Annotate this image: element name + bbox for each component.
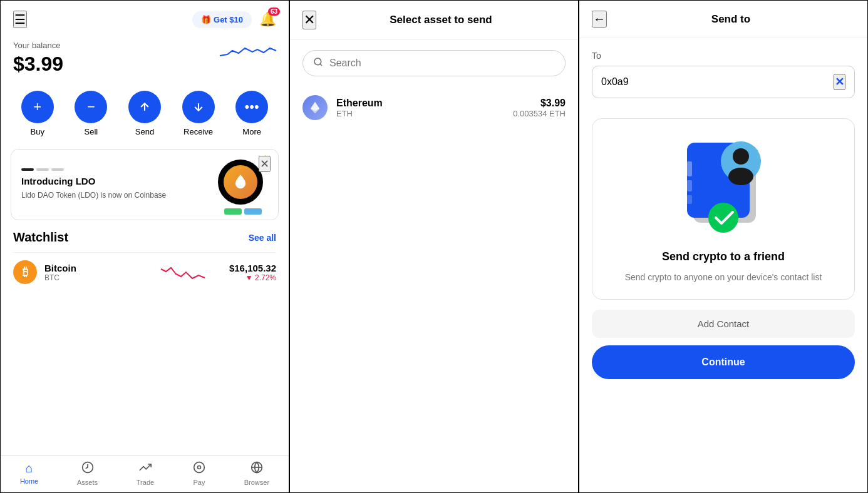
ldo-inner [224, 165, 257, 199]
ethereum-icon [302, 95, 328, 120]
ethereum-eth-amount: 0.003534 ETH [513, 109, 566, 118]
action-buttons: + Buy − Sell Send Receive [1, 86, 289, 149]
nav-trade[interactable]: Trade [137, 461, 154, 486]
dot-active [21, 168, 34, 171]
nav-home[interactable]: ⌂ Home [20, 461, 38, 486]
ldo-token-icon [218, 160, 263, 205]
clear-address-button[interactable]: ✕ [834, 74, 845, 90]
bitcoin-icon: ₿ [13, 260, 37, 284]
ethereum-asset-row[interactable]: Ethereum ETH $3.99 0.003534 ETH [290, 86, 578, 129]
bitcoin-chart [137, 263, 229, 282]
back-button[interactable]: ← [592, 11, 607, 28]
bitcoin-name: Bitcoin [44, 263, 137, 273]
nav-pay[interactable]: Pay [193, 461, 205, 486]
middle-title: Select asset to send [316, 14, 566, 26]
friend-card-desc: Send crypto to anyone on your device's c… [625, 271, 822, 284]
right-header: ← Send to [579, 1, 867, 38]
middle-panel: ✕ Select asset to send Ethereum ETH $3.9… [289, 0, 579, 493]
buy-action[interactable]: + Buy [21, 91, 54, 136]
send-to-friend-card: Send crypto to a friend Send crypto to a… [592, 118, 855, 300]
promo-title: Introducing LDO [21, 176, 166, 186]
dot-inactive-1 [36, 168, 49, 171]
bitcoin-symbol: BTC [44, 273, 137, 282]
notification-badge: 63 [268, 8, 280, 16]
notifications-button[interactable]: 🔔 63 [259, 11, 276, 28]
bitcoin-price: $16,105.32 [229, 263, 276, 273]
browser-icon [251, 461, 263, 477]
promo-dots [21, 168, 166, 171]
header-right: 🎁 Get $10 🔔 63 [192, 11, 276, 28]
sell-action[interactable]: − Sell [75, 91, 107, 136]
home-icon: ⌂ [26, 461, 33, 475]
svg-point-4 [197, 466, 200, 469]
promo-close-button[interactable]: ✕ [259, 156, 271, 172]
buy-icon: + [21, 91, 54, 123]
bitcoin-info: Bitcoin BTC [44, 263, 137, 282]
svg-line-8 [320, 64, 322, 66]
pay-icon [193, 461, 205, 477]
promo-card: Introducing LDO Lido DAO Token (LDO) is … [11, 149, 279, 220]
ethereum-name: Ethereum [336, 98, 513, 109]
middle-header: ✕ Select asset to send [290, 1, 578, 40]
to-label: To [592, 51, 855, 61]
sell-icon: − [75, 91, 107, 123]
more-action[interactable]: ••• More [235, 91, 268, 136]
bitcoin-change: ▼ 2.72% [229, 273, 276, 282]
ldo-platform [218, 208, 268, 215]
left-panel: ☰ 🎁 Get $10 🔔 63 Your balance $3.99 + Bu… [0, 0, 289, 493]
search-bar[interactable] [302, 50, 566, 76]
nav-assets[interactable]: Assets [77, 461, 98, 486]
send-action[interactable]: Send [128, 91, 161, 136]
svg-rect-14 [687, 180, 692, 191]
add-contact-preview: Add Contact [592, 310, 855, 338]
close-button[interactable]: ✕ [302, 11, 316, 29]
see-all-button[interactable]: See all [249, 233, 276, 243]
assets-icon [81, 461, 94, 477]
watchlist-title: Watchlist [13, 230, 68, 245]
bitcoin-values: $16,105.32 ▼ 2.72% [229, 263, 276, 282]
menu-button[interactable]: ☰ [13, 11, 27, 28]
friend-card-title: Send crypto to a friend [662, 250, 785, 263]
balance-chart [220, 37, 276, 64]
gift-icon: 🎁 [201, 15, 211, 24]
watchlist-section: Watchlist See all ₿ Bitcoin BTC $16,105.… [1, 220, 289, 297]
bitcoin-row[interactable]: ₿ Bitcoin BTC $16,105.32 ▼ 2.72% [13, 252, 276, 292]
trade-icon [139, 461, 152, 477]
address-input-row[interactable]: 0x0a9 ✕ [592, 66, 855, 98]
svg-point-7 [314, 58, 321, 65]
dot-inactive-2 [51, 168, 64, 171]
svg-rect-15 [687, 195, 692, 204]
svg-point-17 [733, 148, 749, 165]
watchlist-header: Watchlist See all [13, 230, 276, 245]
nav-browser[interactable]: Browser [244, 461, 269, 486]
right-title: Send to [607, 13, 855, 26]
send-icon [128, 91, 161, 123]
receive-action[interactable]: Receive [182, 91, 215, 136]
send-to-section: To 0x0a9 ✕ [579, 38, 867, 111]
receive-icon [182, 91, 215, 123]
search-input[interactable] [329, 58, 555, 69]
promo-desc: Lido DAO Token (LDO) is now on Coinbase [21, 190, 166, 201]
ethereum-symbol: ETH [336, 109, 513, 118]
svg-rect-13 [687, 161, 692, 176]
bottom-nav: ⌂ Home Assets Trade [1, 455, 289, 492]
left-header: ☰ 🎁 Get $10 🔔 63 [1, 1, 289, 34]
contact-illustration [673, 138, 773, 238]
svg-point-19 [708, 203, 738, 233]
ethereum-info: Ethereum ETH [336, 98, 513, 118]
address-text: 0x0a9 [601, 76, 829, 88]
promo-content: Introducing LDO Lido DAO Token (LDO) is … [21, 168, 166, 201]
ethereum-values: $3.99 0.003534 ETH [513, 98, 566, 118]
continue-button[interactable]: Continue [592, 345, 855, 379]
get-money-button[interactable]: 🎁 Get $10 [192, 11, 252, 28]
ethereum-usd: $3.99 [513, 98, 566, 109]
svg-point-3 [194, 462, 205, 473]
svg-point-18 [728, 168, 753, 185]
right-panel: ← Send to To 0x0a9 ✕ [579, 0, 868, 493]
balance-section: Your balance $3.99 [1, 34, 289, 86]
search-icon [313, 57, 323, 69]
more-icon: ••• [235, 91, 268, 123]
